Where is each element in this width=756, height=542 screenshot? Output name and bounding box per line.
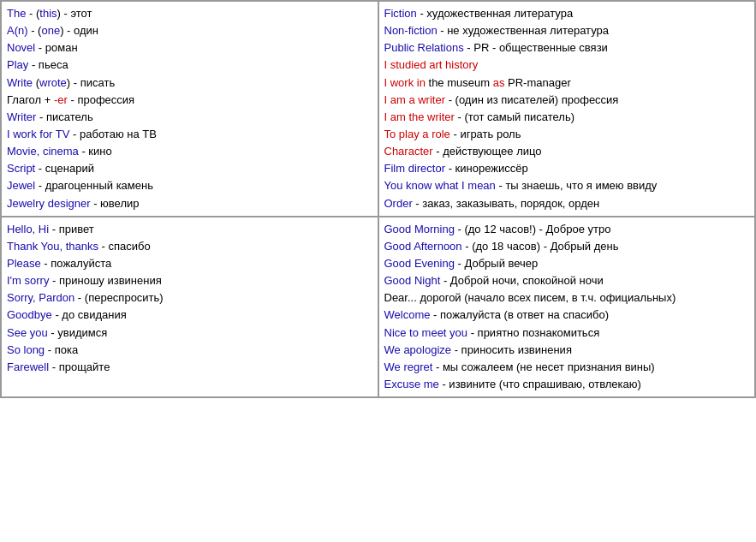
list-item: The - (this) - этот [7, 5, 372, 22]
list-item: I studied art history [384, 57, 750, 74]
list-item: You know what I mean - ты знаешь, что я … [384, 177, 750, 194]
list-item: Thank You, thanks - спасибо [7, 238, 372, 255]
list-item: Non-fiction - не художественная литерату… [384, 22, 750, 39]
list-item: To play a role - играть роль [384, 126, 750, 143]
list-item: Writer - писатель [7, 109, 372, 126]
list-item: Goodbye - до свидания [7, 307, 372, 324]
list-item: Script - сценарий [7, 160, 372, 177]
list-item: Глагол + -er - профессия [7, 92, 372, 109]
cell-bottom-left: Hello, Hi - приветThank You, thanks - сп… [1, 217, 378, 397]
cell-bottom-right: Good Morning - (до 12 часов!) - Доброе у… [378, 217, 756, 397]
list-item: Jewelry designer - ювелир [7, 195, 372, 212]
list-item: I'm sorry - приношу извинения [7, 272, 372, 289]
list-item: Please - пожалуйста [7, 255, 372, 272]
list-item: Write (wrote) - писать [7, 74, 372, 92]
list-item: A(n) - (one) - один [7, 22, 372, 39]
list-item: So long - пока [7, 342, 372, 359]
list-item: Sorry, Pardon - (переспросить) [7, 289, 372, 307]
cell-top-right: Fiction - художественная литератураNon-f… [378, 1, 756, 217]
list-item: Welcome - пожалуйста (в ответ на спасибо… [384, 307, 750, 324]
list-item: We apologize - приносить извинения [384, 342, 750, 359]
list-item: Hello, Hi - привет [7, 221, 372, 238]
list-item: Good Afternoon - (до 18 часов) - Добрый … [384, 238, 750, 255]
list-item: Jewel - драгоценный камень [7, 177, 372, 194]
list-item: Movie, cinema - кино [7, 143, 372, 160]
list-item: Play - пьеса [7, 57, 372, 74]
list-item: Novel - роман [7, 39, 372, 57]
cell-top-left: The - (this) - этотA(n) - (one) - одинNo… [1, 1, 378, 217]
top-right-content: Fiction - художественная литератураNon-f… [384, 5, 750, 212]
list-item: Good Evening - Добрый вечер [384, 255, 750, 272]
list-item: We regret - мы сожалеем (не несет призна… [384, 359, 750, 376]
list-item: Fiction - художественная литература [384, 5, 750, 22]
list-item: Dear... дорогой (начало всех писем, в т.… [384, 289, 750, 307]
list-item: Film director - кинорежиссёр [384, 160, 750, 177]
list-item: I am the writer - (тот самый писатель) [384, 109, 750, 126]
list-item: I work for TV - работаю на ТВ [7, 126, 372, 143]
vocabulary-grid: The - (this) - этотA(n) - (one) - одинNo… [0, 0, 756, 398]
list-item: Nice to meet you - приятно познакомиться [384, 325, 750, 342]
list-item: I work in the museum as PR-manager [384, 74, 750, 92]
bottom-left-content: Hello, Hi - приветThank You, thanks - сп… [7, 221, 372, 376]
list-item: Good Morning - (до 12 часов!) - Доброе у… [384, 221, 750, 238]
top-left-content: The - (this) - этотA(n) - (one) - одинNo… [7, 5, 372, 212]
list-item: See you - увидимся [7, 325, 372, 342]
list-item: Farewell - прощайте [7, 359, 372, 376]
list-item: I am a writer - (один из писателей) проф… [384, 92, 750, 109]
list-item: Character - действующее лицо [384, 143, 750, 160]
list-item: Excuse me - извините (что спрашиваю, отв… [384, 376, 750, 393]
list-item: Good Night - Доброй ночи, спокойной ночи [384, 272, 750, 289]
bottom-right-content: Good Morning - (до 12 часов!) - Доброе у… [384, 221, 750, 393]
list-item: Public Relations - PR - общественные свя… [384, 39, 750, 57]
list-item: Order - заказ, заказывать, порядок, орде… [384, 195, 750, 212]
